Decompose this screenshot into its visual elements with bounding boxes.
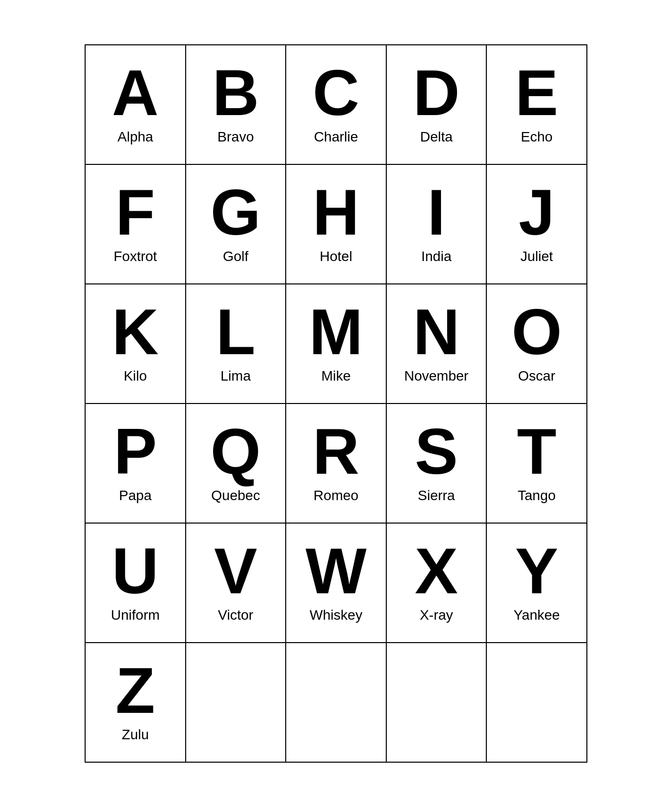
letter-c: C — [313, 60, 359, 125]
grid-cell-u: UUniform — [86, 524, 186, 643]
word-f: Foxtrot — [113, 249, 157, 265]
letter-b: B — [212, 60, 259, 125]
word-j: Juliet — [521, 249, 553, 265]
letter-k: K — [112, 299, 159, 364]
word-n: November — [404, 368, 468, 384]
grid-cell-n: NNovember — [387, 284, 487, 404]
word-r: Romeo — [314, 488, 358, 504]
letter-y: Y — [515, 538, 559, 603]
grid-cell-x: XX-ray — [387, 524, 487, 643]
letter-h: H — [313, 180, 359, 245]
letter-w: W — [306, 538, 367, 603]
grid-cell-p: PPapa — [86, 404, 186, 524]
grid-cell-z: ZZulu — [86, 643, 186, 763]
word-d: Delta — [420, 129, 452, 145]
grid-cell-i: IIndia — [387, 165, 487, 284]
grid-cell-l: LLima — [186, 284, 287, 404]
letter-q: Q — [211, 419, 261, 484]
grid-cell-k: KKilo — [86, 284, 186, 404]
word-g: Golf — [223, 249, 248, 265]
word-p: Papa — [119, 488, 151, 504]
word-u: Uniform — [111, 607, 160, 623]
word-o: Oscar — [518, 368, 556, 384]
word-s: Sierra — [418, 488, 455, 504]
grid-cell-b: BBravo — [186, 45, 287, 165]
letter-e: E — [515, 60, 559, 125]
letter-x: X — [415, 538, 458, 603]
word-a: Alpha — [117, 129, 153, 145]
grid-cell-s: SSierra — [387, 404, 487, 524]
letter-d: D — [413, 60, 460, 125]
word-w: Whiskey — [310, 607, 362, 623]
letter-j: J — [519, 180, 555, 245]
grid-cell-empty-0 — [186, 643, 287, 763]
letter-n: N — [413, 299, 460, 364]
grid-cell-empty-2 — [387, 643, 487, 763]
grid-cell-y: YYankee — [487, 524, 587, 643]
letter-l: L — [216, 299, 255, 364]
letter-u: U — [112, 538, 159, 603]
grid-cell-f: FFoxtrot — [86, 165, 186, 284]
grid-cell-q: QQuebec — [186, 404, 287, 524]
letter-v: V — [214, 538, 257, 603]
grid-cell-d: DDelta — [387, 45, 487, 165]
grid-cell-m: MMike — [286, 284, 387, 404]
letter-o: O — [512, 299, 562, 364]
letter-r: R — [313, 419, 359, 484]
letter-s: S — [415, 419, 458, 484]
grid-cell-o: OOscar — [487, 284, 587, 404]
grid-cell-r: RRomeo — [286, 404, 387, 524]
grid-cell-w: WWhiskey — [286, 524, 387, 643]
word-q: Quebec — [211, 488, 260, 504]
grid-cell-c: CCharlie — [286, 45, 387, 165]
letter-z: Z — [115, 658, 155, 723]
word-y: Yankee — [514, 607, 560, 623]
word-x: X-ray — [420, 607, 453, 623]
word-h: Hotel — [320, 249, 352, 265]
grid-cell-j: JJuliet — [487, 165, 587, 284]
letter-g: G — [211, 180, 261, 245]
grid-cell-e: EEcho — [487, 45, 587, 165]
word-m: Mike — [321, 368, 350, 384]
word-k: Kilo — [123, 368, 147, 384]
nato-alphabet-grid: AAlphaBBravoCCharlieDDeltaEEchoFFoxtrotG… — [85, 44, 587, 763]
word-i: India — [421, 249, 451, 265]
word-v: Victor — [218, 607, 253, 623]
grid-cell-a: AAlpha — [86, 45, 186, 165]
letter-f: F — [115, 180, 155, 245]
word-c: Charlie — [314, 129, 358, 145]
grid-cell-empty-1 — [286, 643, 387, 763]
grid-cell-v: VVictor — [186, 524, 287, 643]
grid-cell-h: HHotel — [286, 165, 387, 284]
grid-cell-empty-3 — [487, 643, 587, 763]
word-e: Echo — [521, 129, 553, 145]
grid-cell-t: TTango — [487, 404, 587, 524]
word-l: Lima — [221, 368, 251, 384]
word-z: Zulu — [122, 727, 149, 743]
word-b: Bravo — [218, 129, 254, 145]
word-t: Tango — [518, 488, 556, 504]
letter-p: P — [113, 419, 157, 484]
letter-t: T — [517, 419, 556, 484]
letter-i: I — [428, 180, 446, 245]
grid-cell-g: GGolf — [186, 165, 287, 284]
letter-a: A — [112, 60, 159, 125]
letter-m: M — [309, 299, 363, 364]
